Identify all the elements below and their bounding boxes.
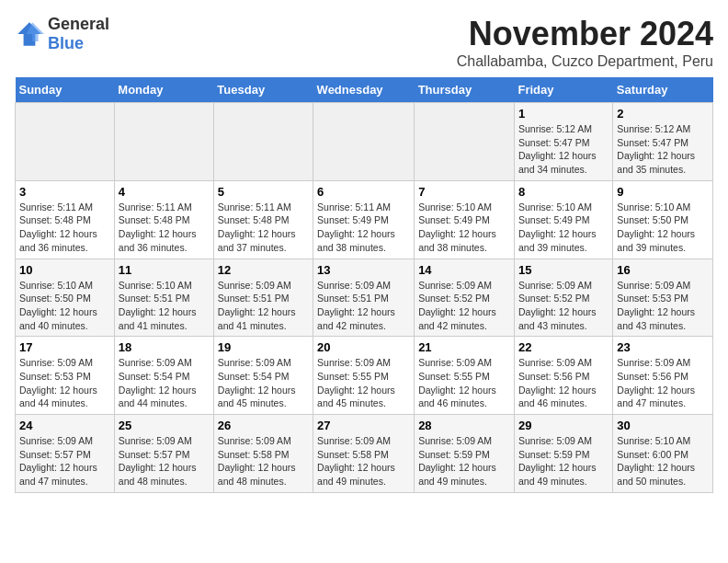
- day-number: 17: [19, 340, 110, 354]
- day-number: 7: [418, 185, 510, 199]
- calendar-cell: 16Sunrise: 5:09 AM Sunset: 5:53 PM Dayli…: [613, 259, 713, 337]
- day-number: 29: [518, 419, 609, 432]
- calendar-cell: 6Sunrise: 5:11 AM Sunset: 5:49 PM Daylig…: [313, 180, 415, 259]
- calendar-cell: [114, 103, 213, 181]
- logo-general-text: General: [48, 15, 109, 33]
- day-info: Sunrise: 5:10 AM Sunset: 5:51 PM Dayligh…: [119, 279, 210, 333]
- calendar-cell: [16, 103, 115, 181]
- day-number: 28: [418, 419, 510, 432]
- header-day-wednesday: Wednesday: [313, 77, 415, 103]
- day-number: 21: [418, 340, 510, 354]
- page-header: General Blue November 2024 Challabamba, …: [15, 15, 713, 70]
- day-number: 22: [518, 340, 609, 354]
- day-info: Sunrise: 5:10 AM Sunset: 6:00 PM Dayligh…: [617, 434, 709, 488]
- day-info: Sunrise: 5:11 AM Sunset: 5:48 PM Dayligh…: [218, 201, 309, 255]
- day-info: Sunrise: 5:09 AM Sunset: 5:55 PM Dayligh…: [317, 356, 410, 410]
- day-number: 13: [317, 263, 410, 277]
- day-number: 26: [218, 419, 309, 432]
- logo-blue-text: Blue: [48, 34, 84, 52]
- day-info: Sunrise: 5:10 AM Sunset: 5:49 PM Dayligh…: [518, 201, 609, 255]
- calendar-cell: 21Sunrise: 5:09 AM Sunset: 5:55 PM Dayli…: [415, 337, 515, 415]
- calendar-cell: 24Sunrise: 5:09 AM Sunset: 5:57 PM Dayli…: [16, 415, 115, 493]
- calendar-cell: 27Sunrise: 5:09 AM Sunset: 5:58 PM Dayli…: [313, 415, 415, 493]
- day-number: 27: [317, 419, 410, 432]
- calendar-cell: 17Sunrise: 5:09 AM Sunset: 5:53 PM Dayli…: [16, 337, 115, 415]
- day-number: 19: [218, 340, 309, 354]
- calendar-cell: 11Sunrise: 5:10 AM Sunset: 5:51 PM Dayli…: [114, 259, 213, 337]
- calendar-week-2: 3Sunrise: 5:11 AM Sunset: 5:48 PM Daylig…: [16, 180, 713, 259]
- header-day-sunday: Sunday: [16, 77, 115, 103]
- page-subtitle: Challabamba, Cuzco Department, Peru: [457, 53, 713, 70]
- calendar-cell: 14Sunrise: 5:09 AM Sunset: 5:52 PM Dayli…: [415, 259, 515, 337]
- day-info: Sunrise: 5:09 AM Sunset: 5:54 PM Dayligh…: [119, 356, 210, 410]
- calendar-cell: 26Sunrise: 5:09 AM Sunset: 5:58 PM Dayli…: [213, 415, 313, 493]
- day-number: 5: [218, 185, 309, 199]
- logo-icon: [15, 19, 44, 49]
- day-number: 6: [317, 185, 410, 199]
- calendar-cell: 5Sunrise: 5:11 AM Sunset: 5:48 PM Daylig…: [213, 180, 313, 259]
- calendar-cell: 22Sunrise: 5:09 AM Sunset: 5:56 PM Dayli…: [514, 337, 612, 415]
- calendar-cell: [415, 103, 515, 181]
- logo[interactable]: General Blue: [15, 15, 109, 53]
- calendar-cell: 18Sunrise: 5:09 AM Sunset: 5:54 PM Dayli…: [114, 337, 213, 415]
- day-number: 24: [19, 419, 110, 432]
- day-number: 2: [617, 107, 709, 121]
- day-number: 23: [617, 340, 709, 354]
- day-number: 14: [418, 263, 510, 277]
- day-info: Sunrise: 5:09 AM Sunset: 5:58 PM Dayligh…: [218, 434, 309, 488]
- day-number: 1: [518, 107, 609, 121]
- header-day-monday: Monday: [114, 77, 213, 103]
- calendar-cell: 2Sunrise: 5:12 AM Sunset: 5:47 PM Daylig…: [613, 103, 713, 181]
- calendar-cell: 1Sunrise: 5:12 AM Sunset: 5:47 PM Daylig…: [514, 103, 612, 181]
- day-info: Sunrise: 5:10 AM Sunset: 5:50 PM Dayligh…: [19, 279, 110, 333]
- calendar-cell: 9Sunrise: 5:10 AM Sunset: 5:50 PM Daylig…: [613, 180, 713, 259]
- day-info: Sunrise: 5:12 AM Sunset: 5:47 PM Dayligh…: [518, 122, 609, 177]
- calendar-week-5: 24Sunrise: 5:09 AM Sunset: 5:57 PM Dayli…: [16, 415, 713, 493]
- day-number: 25: [119, 419, 210, 432]
- day-info: Sunrise: 5:11 AM Sunset: 5:48 PM Dayligh…: [119, 201, 210, 255]
- day-number: 10: [19, 263, 110, 277]
- day-number: 16: [617, 263, 709, 277]
- day-number: 3: [19, 185, 110, 199]
- day-info: Sunrise: 5:09 AM Sunset: 5:52 PM Dayligh…: [518, 279, 609, 333]
- day-info: Sunrise: 5:09 AM Sunset: 5:56 PM Dayligh…: [518, 356, 609, 410]
- day-number: 15: [518, 263, 609, 277]
- calendar-cell: 19Sunrise: 5:09 AM Sunset: 5:54 PM Dayli…: [213, 337, 313, 415]
- calendar-body: 1Sunrise: 5:12 AM Sunset: 5:47 PM Daylig…: [16, 103, 713, 493]
- day-number: 30: [617, 419, 709, 432]
- page-title: November 2024: [457, 15, 713, 53]
- title-section: November 2024 Challabamba, Cuzco Departm…: [457, 15, 713, 70]
- day-number: 20: [317, 340, 410, 354]
- calendar-cell: 15Sunrise: 5:09 AM Sunset: 5:52 PM Dayli…: [514, 259, 612, 337]
- calendar-table: SundayMondayTuesdayWednesdayThursdayFrid…: [15, 77, 713, 493]
- calendar-week-4: 17Sunrise: 5:09 AM Sunset: 5:53 PM Dayli…: [16, 337, 713, 415]
- calendar-cell: [213, 103, 313, 181]
- day-number: 8: [518, 185, 609, 199]
- day-info: Sunrise: 5:09 AM Sunset: 5:53 PM Dayligh…: [19, 356, 110, 410]
- day-info: Sunrise: 5:11 AM Sunset: 5:48 PM Dayligh…: [19, 201, 110, 255]
- calendar-cell: 20Sunrise: 5:09 AM Sunset: 5:55 PM Dayli…: [313, 337, 415, 415]
- day-info: Sunrise: 5:09 AM Sunset: 5:59 PM Dayligh…: [518, 434, 609, 488]
- day-info: Sunrise: 5:09 AM Sunset: 5:51 PM Dayligh…: [218, 279, 309, 333]
- day-number: 12: [218, 263, 309, 277]
- calendar-cell: 25Sunrise: 5:09 AM Sunset: 5:57 PM Dayli…: [114, 415, 213, 493]
- day-number: 11: [119, 263, 210, 277]
- day-info: Sunrise: 5:09 AM Sunset: 5:56 PM Dayligh…: [617, 356, 709, 410]
- calendar-cell: 3Sunrise: 5:11 AM Sunset: 5:48 PM Daylig…: [16, 180, 115, 259]
- calendar-cell: 12Sunrise: 5:09 AM Sunset: 5:51 PM Dayli…: [213, 259, 313, 337]
- day-info: Sunrise: 5:11 AM Sunset: 5:49 PM Dayligh…: [317, 201, 410, 255]
- day-number: 18: [119, 340, 210, 354]
- calendar-cell: 4Sunrise: 5:11 AM Sunset: 5:48 PM Daylig…: [114, 180, 213, 259]
- calendar-cell: 8Sunrise: 5:10 AM Sunset: 5:49 PM Daylig…: [514, 180, 612, 259]
- day-info: Sunrise: 5:09 AM Sunset: 5:52 PM Dayligh…: [418, 279, 510, 333]
- calendar-cell: 10Sunrise: 5:10 AM Sunset: 5:50 PM Dayli…: [16, 259, 115, 337]
- calendar-cell: 30Sunrise: 5:10 AM Sunset: 6:00 PM Dayli…: [613, 415, 713, 493]
- day-info: Sunrise: 5:09 AM Sunset: 5:57 PM Dayligh…: [119, 434, 210, 488]
- day-number: 4: [119, 185, 210, 199]
- calendar-cell: 23Sunrise: 5:09 AM Sunset: 5:56 PM Dayli…: [613, 337, 713, 415]
- day-info: Sunrise: 5:09 AM Sunset: 5:51 PM Dayligh…: [317, 279, 410, 333]
- day-info: Sunrise: 5:10 AM Sunset: 5:50 PM Dayligh…: [617, 201, 709, 255]
- calendar-week-1: 1Sunrise: 5:12 AM Sunset: 5:47 PM Daylig…: [16, 103, 713, 181]
- calendar-cell: 28Sunrise: 5:09 AM Sunset: 5:59 PM Dayli…: [415, 415, 515, 493]
- header-day-tuesday: Tuesday: [213, 77, 313, 103]
